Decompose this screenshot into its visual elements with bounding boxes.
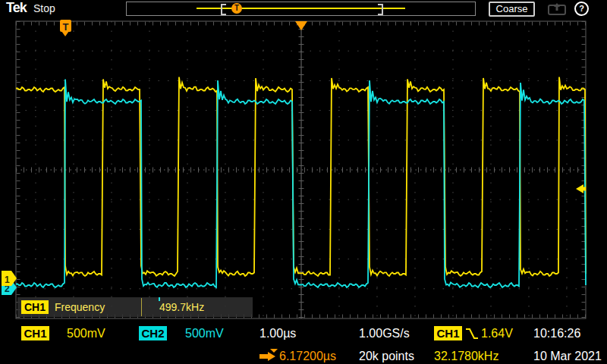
coarse-button[interactable]: Coarse [489,2,535,17]
measurement-bar: CH1 Frequency 499.7kHz [17,297,253,317]
help-icon[interactable]: ? [574,2,589,16]
record-length: 20k points [359,350,414,363]
acquisition-status: Stop [33,2,55,14]
measurement-name: Frequency [55,301,105,313]
horizontal-position[interactable]: 6.17200µs [279,350,336,363]
trigger-flag-glyph: T [63,21,69,33]
trigger-point-flag[interactable]: T [60,20,71,36]
oscilloscope-screen: T 2 1 Tek Stop T Coarse ? CH1 Frequency [0,0,607,364]
ch1-badge[interactable]: CH1 [21,326,49,340]
ch1-ground-marker[interactable]: 1 [2,271,17,286]
measurement-divider [141,298,142,316]
record-trigger-marker: T [231,3,242,14]
record-extent-line [197,8,405,9]
save-icon[interactable] [548,2,568,15]
ch1-marker-label: 1 [5,275,10,285]
sample-rate: 1.00GS/s [359,327,410,340]
measurement-value: 499.7kHz [159,301,204,313]
record-view-bar[interactable]: T [126,2,476,16]
ch2-scale[interactable]: 500mV [185,327,224,340]
ch1-scale[interactable]: 500mV [67,327,105,340]
trigger-source-badge[interactable]: CH1 [434,326,462,340]
date: 10 Mar 2021 [533,350,602,363]
trigger-position-marker[interactable] [295,21,307,30]
tek-logo: Tek [6,0,27,16]
trigger-frequency: 32.1780kHz [434,350,498,363]
trigger-level[interactable]: 1.64V [481,327,513,340]
falling-edge-icon [464,326,480,341]
window-right-bracket [378,4,383,15]
ch2-badge[interactable]: CH2 [139,326,167,340]
clock-time: 10:16:26 [533,327,580,340]
measurement-source-badge: CH1 [21,300,49,314]
horizontal-delay-icon [258,349,278,362]
window-left-bracket [221,4,226,15]
horizontal-scale[interactable]: 1.00µs [259,327,296,340]
